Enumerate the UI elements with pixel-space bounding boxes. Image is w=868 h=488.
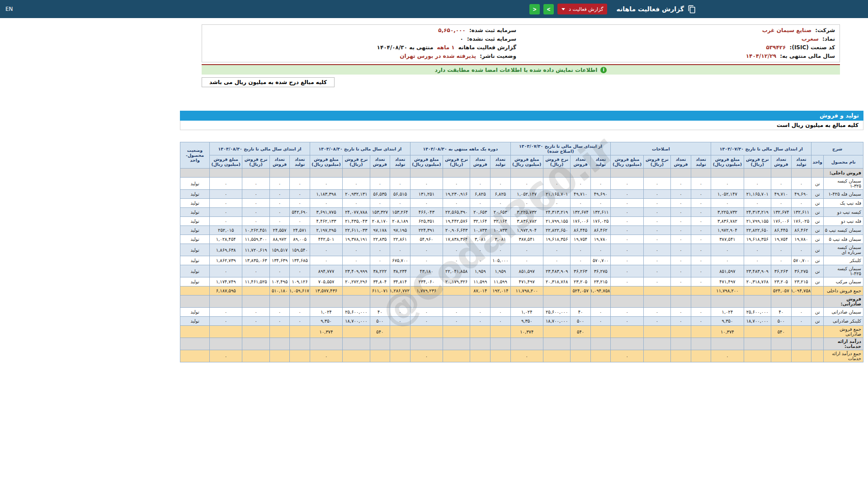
- value-cell: ۰: [571, 244, 591, 256]
- language-switch-link[interactable]: EN: [5, 6, 13, 12]
- value-cell: ۲۰,۱۷۹,۳۲۶: [443, 277, 470, 286]
- empty-cell: [269, 296, 290, 308]
- status-cell: تولید: [180, 317, 210, 326]
- product-row: کلینکر صادراتیتن۰۵۰۰۱۸,۷۰۰,۰۰۰۹,۳۵۰۰۰۰۰۰…: [180, 317, 863, 326]
- empty-cell: [470, 296, 491, 308]
- product-name-cell: سیمان کیسه تیپ ۵: [824, 226, 863, 235]
- report-type-dropdown[interactable]: گزارش فعالیت د: [557, 4, 607, 14]
- value-cell: ۰: [643, 265, 670, 277]
- value-cell: ۱,۷۷۹,۲۳۶: [410, 286, 443, 296]
- value-cell: ۰: [691, 199, 711, 208]
- value-cell: ۰: [443, 244, 470, 256]
- fiscal-year-label: سال مالی منتهی به:: [780, 53, 835, 59]
- product-name-header: نام محصول: [824, 155, 863, 169]
- issuer-status-value: پذیرفته شده در بورس تهران: [400, 53, 476, 59]
- unit-cell: تن: [811, 226, 824, 235]
- value-cell: ۸۶,۴۶۲: [791, 226, 811, 235]
- empty-cell: [611, 169, 643, 178]
- value-cell: ۰: [290, 199, 310, 208]
- sub-column-header: نرخ فروش (ریال): [744, 155, 771, 169]
- value-cell: ۱۹,۳۷۸,۱۹۱: [343, 235, 370, 244]
- value-cell: ۶۱۱,۰۷۱: [370, 286, 390, 296]
- value-cell: ۳۲,۱۶۴: [491, 217, 511, 226]
- value-cell: ۰: [711, 244, 744, 256]
- value-cell: ۲۲,۰۴۱,۸۵۸: [443, 265, 470, 277]
- value-cell: ۱۰۵,۰۰۰: [491, 256, 511, 265]
- value-cell: ۰: [242, 190, 269, 199]
- value-cell: ۰: [290, 317, 310, 326]
- value-cell: ۲۵,۶۰۰,۰۰۰: [744, 308, 771, 317]
- value-cell: [491, 350, 511, 362]
- empty-cell: [543, 169, 570, 178]
- value-cell: [443, 326, 470, 338]
- company-name-link[interactable]: صنایع سیمان غرب: [762, 27, 811, 33]
- value-cell: ۸۶,۴۴۵: [771, 226, 792, 235]
- value-cell: [491, 326, 511, 338]
- value-cell: ۰: [543, 178, 570, 190]
- unit-cell: [811, 350, 824, 362]
- value-cell: ۵۴۲,۶۹۰: [290, 208, 310, 217]
- empty-cell: [470, 169, 491, 178]
- unregistered-capital-label: سرمایه ثبت نشده:: [467, 36, 516, 42]
- value-cell: ۵۶,۵۱۵: [390, 190, 410, 199]
- value-cell: ۴۳,۱۸۰: [410, 265, 443, 277]
- value-cell: ۵۷۰,۷۰۰: [590, 256, 611, 265]
- value-cell: ۰: [390, 199, 410, 208]
- sum-name-cell: جمع درآمد ارائه خدمات: [824, 350, 863, 362]
- next-report-button[interactable]: <: [543, 4, 554, 14]
- value-cell: ۱,۰۲۸,۴۵۴: [210, 235, 242, 244]
- empty-cell: [390, 338, 410, 350]
- value-cell: [590, 326, 611, 338]
- value-cell: ۸۹۴,۷۷۷: [310, 265, 342, 277]
- value-cell: [671, 350, 691, 362]
- value-cell: ۳۸۷,۵۴۱: [510, 235, 543, 244]
- product-name-cell: کلینکر: [824, 256, 863, 265]
- sub-column-header: نرخ فروش (ریال): [343, 155, 370, 169]
- unit-cell: [811, 326, 824, 338]
- empty-cell: [671, 296, 691, 308]
- value-cell: ۲۲,۸۳۵: [370, 235, 390, 244]
- value-cell: ۰: [571, 199, 591, 208]
- value-cell: ۰: [410, 244, 443, 256]
- value-cell: ۹۷,۱۹۵: [390, 226, 410, 235]
- unit-cell: تن: [811, 235, 824, 244]
- unit-cell: تن: [811, 277, 824, 286]
- value-cell: [290, 326, 310, 338]
- empty-cell: [744, 169, 771, 178]
- value-cell: ۰: [791, 308, 811, 317]
- sub-column-header: مبلغ فروش (میلیون ریال): [510, 155, 543, 169]
- value-cell: [470, 350, 491, 362]
- isic-label: کد صنعت (ISIC):: [790, 44, 835, 51]
- value-cell: ۰: [611, 350, 643, 362]
- product-row: سیمان کیسه ۳۲۵-۱تن۰۰۰۰۰۰۰۰۰۰۰۰۰۰۰۰۰۰۰۰۰۰…: [180, 178, 863, 190]
- value-cell: ۱۳,۵۷۷,۴۳۶: [310, 286, 342, 296]
- value-cell: ۱۸,۷۰۰,۰۰۰: [543, 317, 570, 326]
- empty-cell: [242, 338, 269, 350]
- empty-cell: [370, 169, 390, 178]
- value-cell: ۰: [443, 199, 470, 208]
- value-cell: [791, 326, 811, 338]
- previous-report-button[interactable]: >: [529, 4, 540, 14]
- value-cell: ۰: [443, 308, 470, 317]
- empty-cell: [210, 169, 242, 178]
- sub-column-header: مبلغ فروش (میلیون ریال): [611, 155, 643, 169]
- registered-capital-label: سرمایه ثبت شده:: [469, 27, 516, 33]
- value-cell: ۴۷۱,۴۹۷: [510, 277, 543, 286]
- value-cell: ۰: [611, 208, 643, 217]
- value-cell: ۰: [691, 277, 711, 286]
- empty-cell: [643, 338, 670, 350]
- value-cell: ۱۰۹,۱۲۶: [290, 277, 310, 286]
- value-cell: ۰: [590, 244, 611, 256]
- empty-cell: [510, 338, 543, 350]
- value-cell: ۰: [269, 217, 290, 226]
- value-cell: ۲۴,۵۷۱: [290, 226, 310, 235]
- value-cell: ۰: [691, 308, 711, 317]
- value-cell: ۳۸۷,۵۴۱: [711, 235, 744, 244]
- unit-cell: تن: [811, 190, 824, 199]
- period-group-header-1: اصلاحات: [611, 142, 711, 155]
- value-cell: [643, 326, 670, 338]
- value-cell: ۰: [290, 217, 310, 226]
- sub-column-header: تعداد فروش: [571, 155, 591, 169]
- value-cell: ۸۹,۰۰۵: [290, 235, 310, 244]
- product-row: کیسه تیپ دوتن۱۳۲,۶۱۱۱۳۲,۶۷۴۲۴,۳۱۳,۲۱۹۳,۲…: [180, 208, 863, 217]
